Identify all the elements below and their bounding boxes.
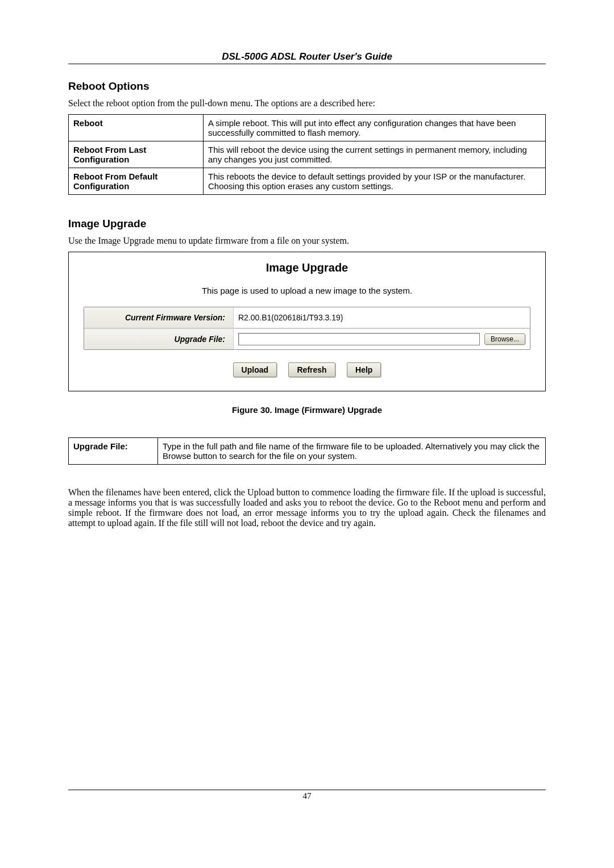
table-row: Reboot A simple reboot. This will put in… [69,115,546,141]
page-number: 47 [303,791,312,800]
reboot-last-desc: This will reboot the device using the cu… [204,141,546,168]
upload-button[interactable]: Upload [233,362,277,377]
upgrade-file-table-label: Upgrade File: [69,438,158,465]
reboot-options-table: Reboot A simple reboot. This will put in… [68,114,546,195]
panel-subtitle: This page is used to upload a new image … [79,286,535,295]
browse-button[interactable]: Browse... [484,333,525,345]
document-header-title: DSL-500G ADSL Router User's Guide [68,51,546,62]
reboot-desc: A simple reboot. This will put into effe… [204,115,546,141]
panel-button-row: Upload Refresh Help [79,362,535,377]
current-firmware-row: Current Firmware Version: R2.00.B1(02061… [84,307,530,328]
reboot-options-intro: Select the reboot option from the pull-d… [68,98,546,108]
current-firmware-value: R2.00.B1(020618i1/T93.3.19) [238,313,343,322]
upgrade-file-label: Upgrade File: [84,329,234,349]
table-row: Upgrade File: Type in the full path and … [69,438,546,465]
current-firmware-label: Current Firmware Version: [84,307,234,328]
upgrade-file-input[interactable] [238,333,480,345]
figure-caption: Figure 30. Image (Firmware) Upgrade [68,405,546,415]
image-upgrade-intro: Use the Image Upgrade menu to update fir… [68,236,546,246]
table-row: Reboot From Last Configuration This will… [69,141,546,168]
reboot-label: Reboot [69,115,204,141]
upgrade-file-table: Upgrade File: Type in the full path and … [68,437,546,465]
reboot-default-label: Reboot From Default Configuration [69,168,204,195]
upgrade-file-table-desc: Type in the full path and file name of t… [158,438,546,465]
table-row: Reboot From Default Configuration This r… [69,168,546,195]
image-upgrade-panel: Image Upgrade This page is used to uploa… [68,252,546,391]
upgrade-file-row: Upgrade File: Browse... [84,328,530,349]
reboot-options-heading: Reboot Options [68,80,546,93]
image-upgrade-heading: Image Upgrade [68,218,546,230]
refresh-button[interactable]: Refresh [288,362,335,377]
reboot-last-label: Reboot From Last Configuration [69,141,204,168]
help-button[interactable]: Help [347,362,381,377]
header-underline [68,64,546,64]
panel-inner-box: Current Firmware Version: R2.00.B1(02061… [84,307,530,350]
bottom-paragraph: When the filenames have been entered, cl… [68,487,546,528]
reboot-default-desc: This reboots the device to default setti… [204,168,546,195]
panel-title: Image Upgrade [79,261,535,274]
footer: 47 [68,790,546,801]
